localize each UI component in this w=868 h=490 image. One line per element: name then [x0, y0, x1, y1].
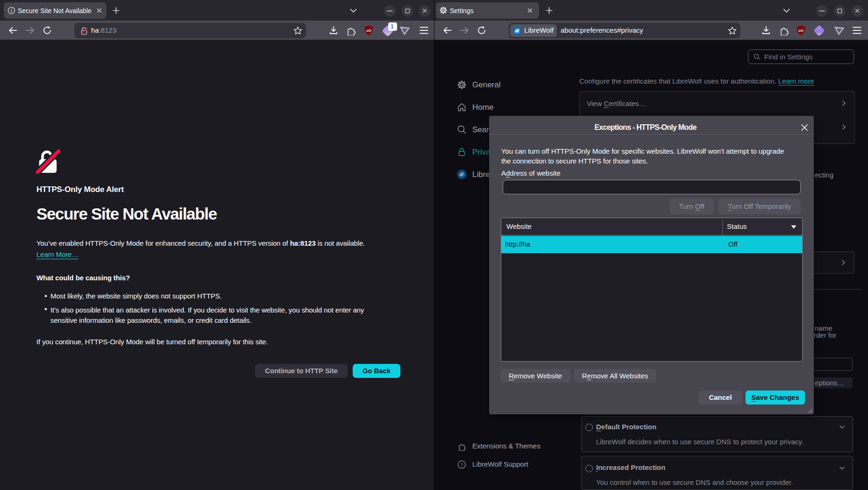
svg-text:?: ? [461, 462, 463, 467]
svg-text:uO: uO [798, 28, 804, 33]
svg-text:uO: uO [366, 28, 371, 33]
